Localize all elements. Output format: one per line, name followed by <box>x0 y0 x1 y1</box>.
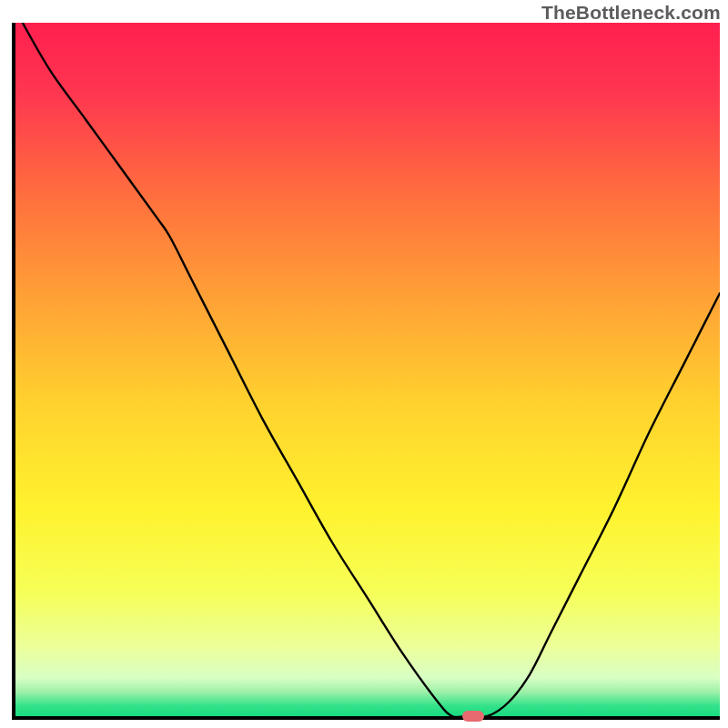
bottleneck-chart: TheBottleneck.com <box>0 0 728 728</box>
curve-layer <box>15 23 720 716</box>
watermark-text: TheBottleneck.com <box>541 2 721 24</box>
plot-area <box>12 23 720 720</box>
bottleneck-curve-path <box>23 23 720 716</box>
optimal-marker <box>462 711 485 722</box>
